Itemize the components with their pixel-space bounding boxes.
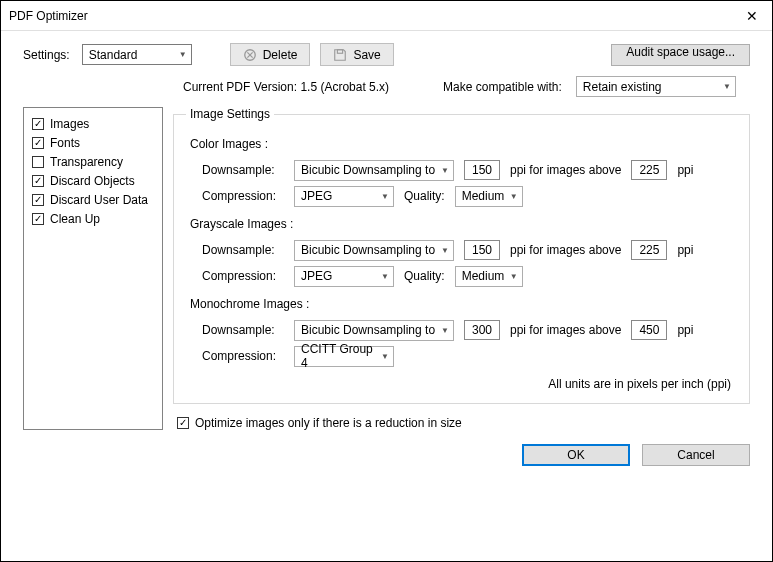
sidebar-item-images[interactable]: ✓Images (32, 114, 154, 133)
audit-button[interactable]: Audit space usage... (611, 44, 750, 66)
category-sidebar: ✓Images ✓Fonts Transparency ✓Discard Obj… (23, 107, 163, 430)
ok-button[interactable]: OK (522, 444, 630, 466)
color-ppi-input[interactable] (464, 160, 500, 180)
above-label: ppi for images above (510, 243, 621, 257)
ppi-label: ppi (677, 163, 693, 177)
chevron-down-icon: ▼ (441, 326, 449, 335)
sidebar-item-transparency[interactable]: Transparency (32, 152, 154, 171)
gray-quality-dropdown[interactable]: Medium▼ (455, 266, 523, 287)
compat-label: Make compatible with: (443, 80, 562, 94)
checkbox[interactable]: ✓ (32, 213, 44, 225)
checkbox[interactable]: ✓ (32, 175, 44, 187)
above-label: ppi for images above (510, 163, 621, 177)
gray-compression-dropdown[interactable]: JPEG▼ (294, 266, 394, 287)
downsample-label: Downsample: (202, 163, 284, 177)
toolbar: Settings: Standard ▼ Delete Save Audit s… (1, 31, 772, 74)
window-title: PDF Optimizer (9, 9, 732, 23)
cancel-button[interactable]: Cancel (642, 444, 750, 466)
chevron-down-icon: ▼ (381, 192, 389, 201)
compression-label: Compression: (202, 349, 284, 363)
mono-downsample-dropdown[interactable]: Bicubic Downsampling to▼ (294, 320, 454, 341)
gray-downsample-dropdown[interactable]: Bicubic Downsampling to▼ (294, 240, 454, 261)
delete-label: Delete (263, 48, 298, 62)
chevron-down-icon: ▼ (179, 50, 187, 59)
color-above-input[interactable] (631, 160, 667, 180)
compression-label: Compression: (202, 189, 284, 203)
mono-above-input[interactable] (631, 320, 667, 340)
optimize-checkbox[interactable]: ✓ (177, 417, 189, 429)
save-button[interactable]: Save (320, 43, 393, 66)
close-button[interactable]: ✕ (732, 1, 772, 31)
downsample-label: Downsample: (202, 323, 284, 337)
color-downsample-dropdown[interactable]: Bicubic Downsampling to▼ (294, 160, 454, 181)
quality-label: Quality: (404, 269, 445, 283)
group-legend: Image Settings (186, 107, 274, 121)
dialog-footer: OK Cancel (1, 430, 772, 480)
save-label: Save (353, 48, 380, 62)
color-compression-dropdown[interactable]: JPEG▼ (294, 186, 394, 207)
sidebar-item-fonts[interactable]: ✓Fonts (32, 133, 154, 152)
color-header: Color Images : (190, 137, 737, 151)
delete-icon (243, 48, 257, 62)
current-version-label: Current PDF Version: 1.5 (Acrobat 5.x) (183, 80, 389, 94)
mono-compression-dropdown[interactable]: CCITT Group 4▼ (294, 346, 394, 367)
gray-header: Grayscale Images : (190, 217, 737, 231)
chevron-down-icon: ▼ (441, 246, 449, 255)
units-note: All units are in pixels per inch (ppi) (186, 377, 731, 391)
sidebar-item-clean-up[interactable]: ✓Clean Up (32, 209, 154, 228)
gray-above-input[interactable] (631, 240, 667, 260)
sidebar-item-discard-user-data[interactable]: ✓Discard User Data (32, 190, 154, 209)
mono-ppi-input[interactable] (464, 320, 500, 340)
titlebar: PDF Optimizer ✕ (1, 1, 772, 31)
ppi-label: ppi (677, 323, 693, 337)
chevron-down-icon: ▼ (441, 166, 449, 175)
compression-label: Compression: (202, 269, 284, 283)
settings-panel: Image Settings Color Images : Downsample… (173, 107, 750, 430)
compat-dropdown[interactable]: Retain existing ▼ (576, 76, 736, 97)
chevron-down-icon: ▼ (510, 272, 518, 281)
optimize-label: Optimize images only if there is a reduc… (195, 416, 462, 430)
settings-dropdown[interactable]: Standard ▼ (82, 44, 192, 65)
save-icon (333, 48, 347, 62)
delete-button[interactable]: Delete (230, 43, 311, 66)
gray-ppi-input[interactable] (464, 240, 500, 260)
downsample-label: Downsample: (202, 243, 284, 257)
settings-label: Settings: (23, 48, 70, 62)
checkbox[interactable]: ✓ (32, 118, 44, 130)
version-row: Current PDF Version: 1.5 (Acrobat 5.x) M… (1, 74, 772, 107)
checkbox[interactable]: ✓ (32, 194, 44, 206)
checkbox[interactable]: ✓ (32, 137, 44, 149)
color-quality-dropdown[interactable]: Medium▼ (455, 186, 523, 207)
chevron-down-icon: ▼ (381, 352, 389, 361)
checkbox[interactable] (32, 156, 44, 168)
chevron-down-icon: ▼ (723, 82, 731, 91)
optimize-row[interactable]: ✓ Optimize images only if there is a red… (177, 416, 750, 430)
compat-value: Retain existing (583, 80, 662, 94)
chevron-down-icon: ▼ (381, 272, 389, 281)
image-settings-group: Image Settings Color Images : Downsample… (173, 107, 750, 404)
above-label: ppi for images above (510, 323, 621, 337)
chevron-down-icon: ▼ (510, 192, 518, 201)
mono-header: Monochrome Images : (190, 297, 737, 311)
settings-value: Standard (89, 48, 138, 62)
quality-label: Quality: (404, 189, 445, 203)
sidebar-item-discard-objects[interactable]: ✓Discard Objects (32, 171, 154, 190)
svg-rect-3 (338, 49, 343, 53)
ppi-label: ppi (677, 243, 693, 257)
